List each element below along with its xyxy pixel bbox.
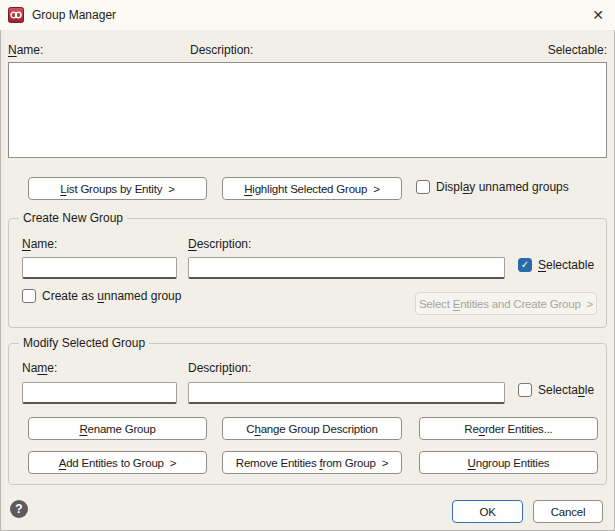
create-selectable-checkbox[interactable]: ✓ Selectable xyxy=(518,258,594,272)
highlight-selected-group-button[interactable]: Highlight Selected Group > xyxy=(222,177,402,200)
list-groups-by-entity-button[interactable]: List Groups by Entity > xyxy=(28,177,207,200)
create-name-input[interactable] xyxy=(22,257,177,279)
check-icon: ✓ xyxy=(521,260,529,270)
modify-selected-group-legend: Modify Selected Group xyxy=(19,336,149,350)
group-list[interactable] xyxy=(8,62,607,158)
window-title: Group Manager xyxy=(32,0,116,30)
add-entities-to-group-button[interactable]: Add Entities to Group > xyxy=(28,451,207,474)
checkbox-label: Display unnamed groups xyxy=(436,180,569,194)
list-header-description: Description: xyxy=(190,43,253,57)
titlebar: Group Manager ✕ xyxy=(0,0,615,30)
remove-entities-from-group-button[interactable]: Remove Entities from Group > xyxy=(222,451,402,474)
modify-name-input[interactable] xyxy=(22,382,177,404)
create-as-unnamed-checkbox[interactable]: ✓ Create as unnamed group xyxy=(22,289,181,303)
rename-group-button[interactable]: Rename Group xyxy=(28,417,207,440)
modify-selectable-checkbox[interactable]: ✓ Selectable xyxy=(518,383,594,397)
select-entities-create-group-button[interactable]: Select Entities and Create Group > xyxy=(415,292,597,315)
create-description-label: Description: xyxy=(188,237,251,251)
checkbox-box: ✓ xyxy=(518,383,532,397)
modify-description-input[interactable] xyxy=(188,382,505,404)
checkbox-box: ✓ xyxy=(416,180,430,194)
modify-name-label: Name: xyxy=(22,361,57,375)
group-manager-dialog: Group Manager ✕ Name: Description: Selec… xyxy=(0,0,615,531)
modify-description-label: Description: xyxy=(188,361,251,375)
checkbox-label: Create as unnamed group xyxy=(42,289,181,303)
list-header-name: Name: xyxy=(8,43,43,57)
display-unnamed-groups-checkbox[interactable]: ✓ Display unnamed groups xyxy=(416,180,569,194)
list-header-selectable: Selectable: xyxy=(548,43,607,57)
reorder-entities-button[interactable]: Reorder Entities... xyxy=(419,417,598,440)
create-name-label: Name: xyxy=(22,237,57,251)
checkbox-box: ✓ xyxy=(518,258,532,272)
group-manager-app-icon xyxy=(8,7,24,23)
checkbox-box: ✓ xyxy=(22,289,36,303)
ungroup-entities-button[interactable]: Ungroup Entities xyxy=(419,451,598,474)
close-icon[interactable]: ✕ xyxy=(581,0,615,30)
ok-button[interactable]: OK xyxy=(452,500,523,523)
checkbox-label: Selectable xyxy=(538,383,594,397)
create-new-group-legend: Create New Group xyxy=(19,211,127,225)
checkbox-label: Selectable xyxy=(538,258,594,272)
change-group-description-button[interactable]: Change Group Description xyxy=(222,417,402,440)
help-icon[interactable]: ? xyxy=(10,500,28,518)
create-description-input[interactable] xyxy=(188,257,505,279)
cancel-button[interactable]: Cancel xyxy=(533,500,603,523)
